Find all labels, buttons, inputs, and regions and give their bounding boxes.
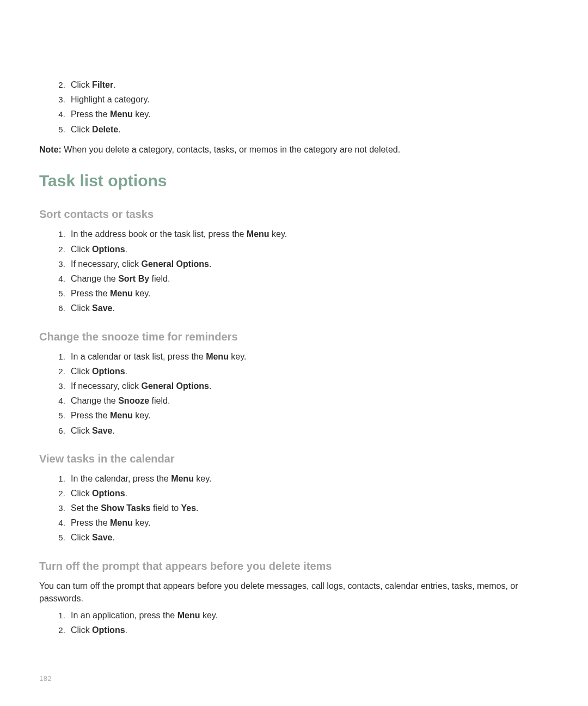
list-item: Click Save.: [68, 302, 549, 314]
bold-term: Menu: [110, 518, 133, 527]
list-item: Click Save.: [68, 424, 549, 437]
view-tasks-heading: View tasks in the calendar: [39, 451, 549, 467]
bold-term: Options: [92, 489, 125, 498]
bold-term: Save: [92, 303, 112, 313]
bold-term: Options: [92, 367, 125, 376]
list-item: Click Options.: [68, 624, 549, 636]
list-item: Press the Menu key.: [68, 108, 549, 120]
intro-steps: Click Filter.Highlight a category.Press …: [39, 78, 549, 136]
list-item: Change the Snooze field.: [68, 394, 549, 407]
list-item: Press the Menu key.: [68, 516, 549, 529]
bold-term: Menu: [110, 289, 133, 298]
list-item: Click Save.: [68, 531, 549, 544]
list-item: In an application, press the Menu key.: [68, 609, 549, 622]
section-heading: Task list options: [39, 169, 549, 193]
bold-term: Menu: [171, 474, 194, 483]
list-item: Click Delete.: [68, 123, 549, 136]
bold-term: Save: [92, 533, 112, 542]
list-item: Click Options.: [68, 365, 549, 378]
bold-term: Save: [92, 426, 112, 435]
list-item: Click Options.: [68, 243, 549, 255]
bold-term: Menu: [247, 229, 270, 239]
bold-term: Menu: [110, 109, 133, 119]
sort-steps: In the address book or the task list, pr…: [39, 228, 549, 314]
list-item: Set the Show Tasks field to Yes.: [68, 502, 549, 514]
bold-term: Delete: [92, 125, 118, 134]
turn-off-steps: In an application, press the Menu key.Cl…: [39, 609, 549, 636]
bold-term: Filter: [92, 80, 113, 89]
list-item: Highlight a category.: [68, 93, 549, 106]
snooze-steps: In a calendar or task list, press the Me…: [39, 350, 549, 437]
bold-term: Sort By: [118, 274, 149, 283]
list-item: If necessary, click General Options.: [68, 380, 549, 392]
snooze-heading: Change the snooze time for reminders: [39, 329, 549, 345]
page: Click Filter.Highlight a category.Press …: [0, 0, 588, 706]
view-tasks-steps: In the calendar, press the Menu key.Clic…: [39, 472, 549, 544]
list-item: In the calendar, press the Menu key.: [68, 472, 549, 485]
list-item: Click Options.: [68, 487, 549, 500]
bold-term: Menu: [177, 611, 200, 620]
bold-term: Options: [92, 625, 125, 635]
list-item: If necessary, click General Options.: [68, 258, 549, 270]
bold-term: Snooze: [118, 396, 149, 405]
list-item: Press the Menu key.: [68, 409, 549, 422]
bold-term: Yes: [181, 503, 196, 513]
bold-term: Options: [92, 245, 125, 254]
bold-term: Show Tasks: [101, 503, 150, 513]
note-label: Note:: [39, 145, 62, 154]
list-item: In the address book or the task list, pr…: [68, 228, 549, 240]
note: Note: When you delete a category, contac…: [39, 143, 549, 156]
bold-term: General Options: [142, 381, 209, 391]
note-text: When you delete a category, contacts, ta…: [62, 145, 400, 154]
list-item: Click Filter.: [68, 78, 549, 91]
list-item: Press the Menu key.: [68, 287, 549, 300]
bold-term: Menu: [110, 411, 133, 420]
bold-term: General Options: [142, 259, 209, 269]
turn-off-intro: You can turn off the prompt that appears…: [39, 580, 549, 605]
sort-heading: Sort contacts or tasks: [39, 206, 549, 222]
bold-term: Menu: [206, 352, 229, 361]
turn-off-heading: Turn off the prompt that appears before …: [39, 558, 549, 574]
list-item: Change the Sort By field.: [68, 272, 549, 285]
page-number: 182: [39, 674, 52, 684]
list-item: In a calendar or task list, press the Me…: [68, 350, 549, 363]
